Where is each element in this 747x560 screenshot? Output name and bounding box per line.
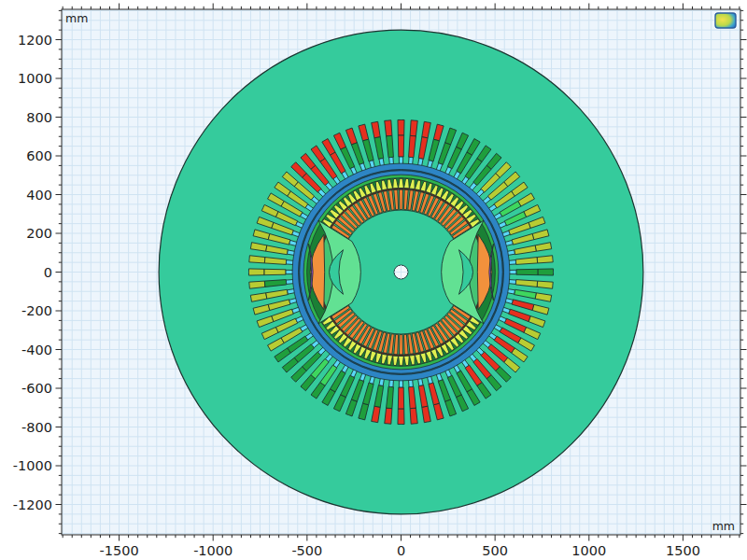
rotor-bar bbox=[399, 334, 402, 354]
stator-slot-outer-coil bbox=[537, 256, 553, 263]
stator-slot-outer-coil bbox=[410, 120, 417, 136]
y-axis-tick-label: 0 bbox=[44, 265, 52, 280]
snapshot-logo-icon[interactable] bbox=[714, 12, 738, 30]
x-axis-tick-label: -500 bbox=[291, 543, 322, 558]
y-axis-tick-label: -600 bbox=[21, 381, 52, 396]
stator-slot-outer-coil bbox=[398, 119, 404, 135]
stator-slot-inner-coil bbox=[398, 387, 403, 409]
rotor-bar bbox=[399, 189, 402, 209]
stator-slot-outer-coil bbox=[538, 269, 554, 275]
stator-slot-inner-coil bbox=[264, 269, 286, 274]
y-axis-tick-label: -1200 bbox=[13, 497, 52, 512]
stator-slot-outer-coil bbox=[249, 256, 265, 263]
stator-slot-inner-coil bbox=[398, 135, 403, 157]
y-axis-tick-label: -400 bbox=[21, 343, 52, 357]
y-axis-tick-label: 600 bbox=[26, 148, 52, 163]
rotor-slot-wedge bbox=[399, 357, 404, 366]
x-axis-tick-label: -1000 bbox=[193, 543, 233, 558]
x-axis-tick-label: 500 bbox=[482, 543, 508, 558]
stator-slot-inner-coil bbox=[516, 269, 538, 274]
x-axis-tick-label: 0 bbox=[397, 543, 405, 558]
stator-slot-outer-coil bbox=[248, 269, 264, 275]
stator-slot-outer-coil bbox=[537, 281, 553, 288]
y-axis-tick-label: -200 bbox=[21, 303, 52, 318]
y-axis-tick-label: 400 bbox=[26, 188, 52, 203]
y-axis-tick-label: -1000 bbox=[13, 458, 52, 473]
stator-slot-outer-coil bbox=[410, 408, 417, 424]
stator-slot-outer-coil bbox=[385, 408, 392, 424]
y-axis-tick-label: 200 bbox=[26, 226, 52, 241]
y-axis-tick-label: -800 bbox=[21, 420, 52, 435]
graphics-window: { "axes": { "unit": "mm", "x_major_ticks… bbox=[0, 0, 747, 560]
x-axis-tick-label: -1500 bbox=[99, 543, 138, 558]
rotor-slot-wedge bbox=[399, 178, 404, 188]
y-axis-tick-label: 1000 bbox=[18, 71, 52, 86]
stator-slot-outer-coil bbox=[398, 409, 404, 425]
x-axis-tick-label: 1500 bbox=[666, 543, 700, 558]
y-axis-tick-label: 800 bbox=[26, 110, 52, 125]
y-axis-tick-label: 1200 bbox=[18, 33, 52, 48]
x-axis-tick-label: 1000 bbox=[571, 543, 606, 558]
stator-slot-outer-coil bbox=[249, 281, 265, 288]
stator-slot-outer-coil bbox=[385, 120, 392, 136]
model-geometry-canvas[interactable]: -1500-1000-500050010001500-1200-1000-800… bbox=[0, 0, 747, 560]
y-axis-unit-label: mm bbox=[65, 11, 88, 25]
machine-cross-section bbox=[159, 30, 643, 514]
x-axis-unit-label: mm bbox=[712, 519, 735, 533]
